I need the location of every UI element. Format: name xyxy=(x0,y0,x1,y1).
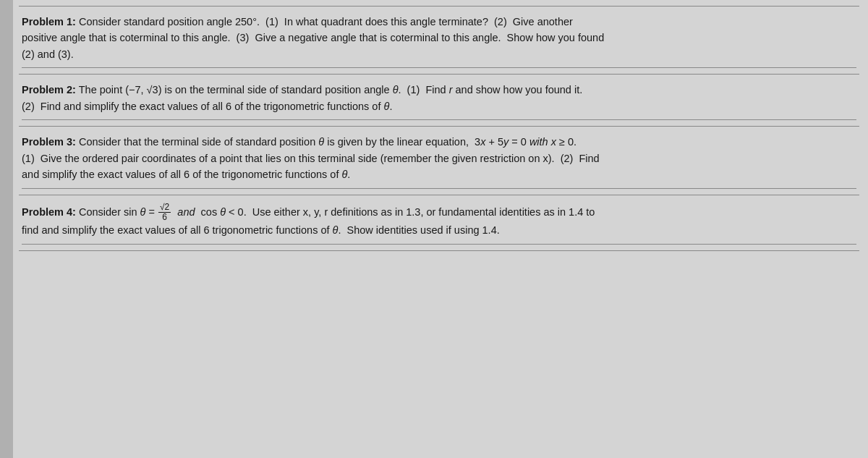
main-content: Problem 1: Consider standard position an… xyxy=(13,0,868,458)
problem-2-label: Problem 2: xyxy=(22,84,76,96)
problem-4-block: Problem 4: Consider sin θ = √2 6 and cos… xyxy=(19,195,859,251)
problem-3-block: Problem 3: Consider that the terminal si… xyxy=(19,127,859,195)
fraction-sqrt2-over-6: √2 6 xyxy=(158,203,171,222)
problem-4-text: Problem 4: Consider sin θ = √2 6 and cos… xyxy=(22,203,856,239)
problem-1-divider xyxy=(22,64,856,68)
problem-1-label: Problem 1: xyxy=(22,16,76,27)
problem-2-block: Problem 2: The point (−7, √3) is on the … xyxy=(19,75,859,127)
problem-1-block: Problem 1: Consider standard position an… xyxy=(19,6,859,75)
problem-4-divider xyxy=(22,240,856,245)
problem-3-label: Problem 3: xyxy=(22,136,76,148)
problem-2-divider xyxy=(22,116,856,120)
problem-2-text: Problem 2: The point (−7, √3) is on the … xyxy=(22,82,856,114)
problem-1-text: Problem 1: Consider standard position an… xyxy=(22,14,856,62)
problem-4-label: Problem 4: xyxy=(22,205,76,217)
problem-3-divider xyxy=(22,185,856,189)
left-bar xyxy=(0,0,13,458)
problem-3-text: Problem 3: Consider that the terminal si… xyxy=(22,134,856,182)
